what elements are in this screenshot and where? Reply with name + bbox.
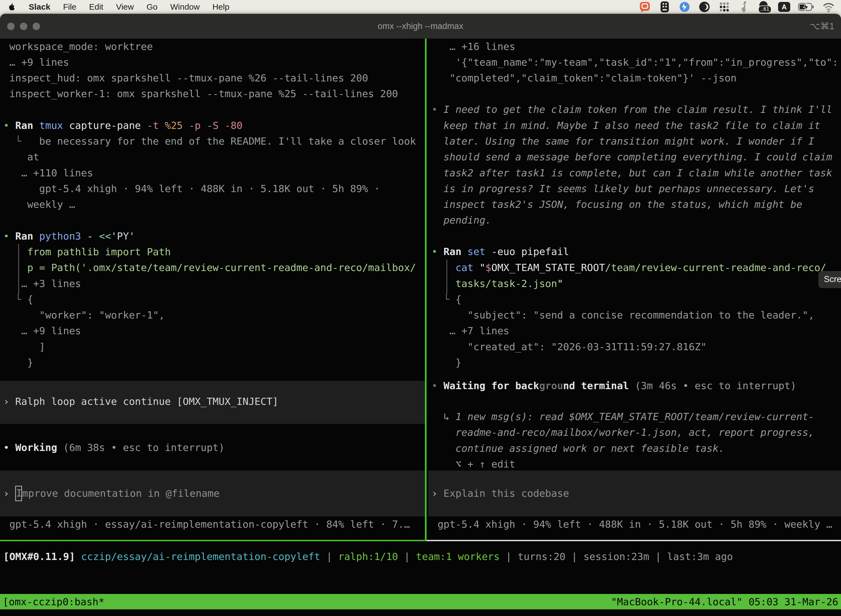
tmux-host-clock: "MacBook-Pro-44.local" 05:03 31-Mar-26	[611, 596, 838, 607]
menu-item-edit[interactable]: Edit	[89, 2, 104, 12]
menu-bar: SlackFileEditViewGoWindowHelp	[0, 0, 841, 14]
apple-menu-icon[interactable]	[8, 2, 16, 12]
menu-item-go[interactable]: Go	[147, 2, 158, 12]
window-title: omx --xhigh --madmax	[0, 14, 841, 39]
window-shortcut: ⌥⌘1	[810, 14, 834, 39]
usage-badge-icon[interactable]: ..61	[757, 0, 771, 13]
window-title-bar: omx --xhigh --madmax ⌥⌘1	[0, 14, 841, 39]
menu-item-slack[interactable]: Slack	[29, 2, 50, 12]
lightning-badge-icon[interactable]	[678, 0, 691, 13]
menu-items-container: SlackFileEditViewGoWindowHelp	[29, 2, 229, 12]
crescent-circle-icon[interactable]	[698, 0, 711, 13]
pane-border-bottom-left	[0, 540, 426, 541]
dragon-icon[interactable]	[738, 0, 750, 13]
menu-item-view[interactable]: View	[116, 2, 133, 12]
menu-item-help[interactable]: Help	[212, 2, 230, 12]
dots-grid-icon[interactable]	[718, 0, 731, 13]
screen-tooltip: Scre	[818, 271, 841, 288]
menu-bar-left: SlackFileEditViewGoWindowHelp	[0, 2, 229, 12]
hud-status-line: [OMX#0.11.9] cczip/essay/ai-reimplementa…	[3, 549, 841, 565]
menu-bar-status-icons: ..61 A	[639, 0, 841, 13]
keyboard-grid-icon[interactable]	[658, 0, 671, 13]
screenshot-app-icon[interactable]	[639, 0, 651, 13]
wifi-icon[interactable]	[822, 0, 835, 13]
terminal-content: workspace_mode: worktree … +9 lines insp…	[0, 39, 841, 616]
menu-item-file[interactable]: File	[63, 2, 76, 12]
pane-divider[interactable]	[425, 39, 426, 540]
menu-item-window[interactable]: Window	[170, 2, 200, 12]
letter-a-icon[interactable]: A	[778, 2, 790, 12]
pane-border-bottom-right	[426, 540, 841, 541]
tmux-session-label: [omx-cczip0:bash*	[3, 596, 104, 607]
tmux-status-bar: [omx-cczip0:bash* "MacBook-Pro-44.local"…	[0, 594, 841, 609]
pane-hud: [OMX#0.11.9] cczip/essay/ai-reimplementa…	[0, 39, 841, 566]
usage-badge-label: ..61	[758, 6, 771, 13]
battery-charging-icon[interactable]	[797, 0, 815, 13]
terminal-window: omx --xhigh --madmax ⌥⌘1 workspace_mode:…	[0, 14, 841, 616]
screen: SlackFileEditViewGoWindowHelp	[0, 0, 841, 616]
